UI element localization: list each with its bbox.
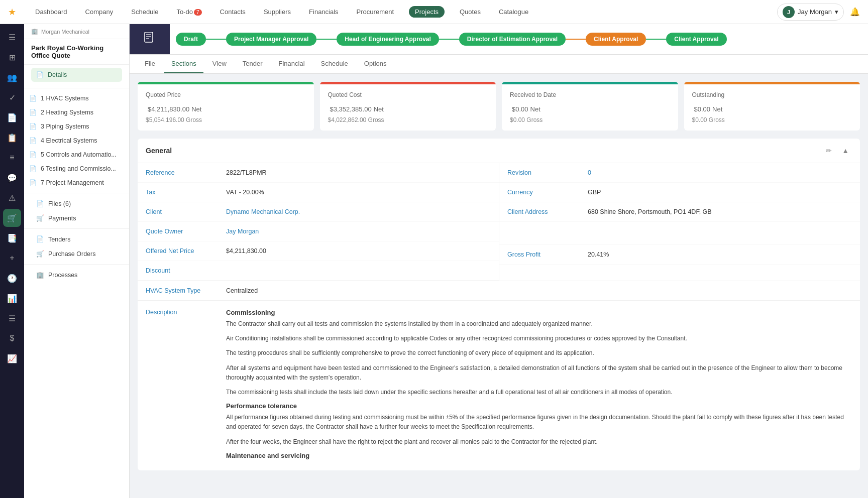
wf-pill-pm: Project Manager Approval bbox=[226, 33, 316, 46]
revision-value[interactable]: 0 bbox=[588, 169, 591, 176]
nav-company[interactable]: Company bbox=[82, 6, 117, 18]
nav-financials[interactable]: Financials bbox=[306, 6, 342, 18]
wf-step-pm[interactable]: Project Manager Approval bbox=[226, 33, 316, 46]
wf-connector-1 bbox=[206, 39, 226, 40]
received-amount: $0.00Net bbox=[510, 101, 670, 114]
piping-icon: 📄 bbox=[29, 123, 37, 130]
quote-owner-value[interactable]: Jay Morgan bbox=[226, 228, 259, 235]
tab-financial[interactable]: Financial bbox=[272, 55, 312, 73]
nav-right-area: J Jay Morgan ▾ 🔔 bbox=[777, 4, 860, 21]
tenders-icon: 📄 bbox=[36, 235, 44, 243]
sidebar-extra-files[interactable]: 📄 Files (6) bbox=[24, 196, 129, 211]
tab-sections[interactable]: Sections bbox=[164, 55, 203, 73]
nav-dashboard[interactable]: Dashboard bbox=[32, 6, 70, 18]
tab-options[interactable]: Options bbox=[357, 55, 394, 73]
wf-step-head-eng[interactable]: Head of Engineering Approval bbox=[337, 33, 439, 46]
sidebar-item-project-mgmt[interactable]: 📄 7 Project Management bbox=[24, 176, 129, 190]
hvac-icon: 📄 bbox=[29, 95, 37, 102]
sidebar-item-testing[interactable]: 📄 6 Testing and Commissio... bbox=[24, 162, 129, 176]
sidebar-icon-add[interactable]: + bbox=[3, 249, 21, 267]
currency-value: GBP bbox=[588, 189, 601, 196]
tab-view[interactable]: View bbox=[205, 55, 234, 73]
general-title: General bbox=[146, 147, 172, 155]
wf-pill-dir-est: Director of Estimation Approval bbox=[459, 33, 566, 46]
quoted-cost-label: Quoted Cost bbox=[328, 91, 488, 98]
client-value[interactable]: Dynamo Mechanical Corp. bbox=[226, 208, 300, 215]
processes-icon: 🏢 bbox=[36, 271, 44, 279]
nav-schedule[interactable]: Schedule bbox=[128, 6, 161, 18]
outstanding-amount: $0.00Net bbox=[692, 101, 852, 114]
content-area: Draft Project Manager Approval Head of E… bbox=[130, 24, 868, 498]
quoted-price-label: Quoted Price bbox=[146, 91, 306, 98]
offered-net-price-value: $4,211,830.00 bbox=[226, 247, 266, 255]
sidebar-extra-processes[interactable]: 🏢 Processes bbox=[24, 268, 129, 282]
details-icon: 📄 bbox=[36, 71, 44, 78]
sidebar-extra-purchase-orders[interactable]: 🛒 Purchase Orders bbox=[24, 246, 129, 261]
sidebar-item-heating[interactable]: 📄 2 Heating Systems bbox=[24, 105, 129, 119]
project-mgmt-icon: 📄 bbox=[29, 179, 37, 186]
client-label: Client bbox=[146, 208, 226, 215]
client-address-label: Client Address bbox=[507, 208, 588, 215]
tab-tender[interactable]: Tender bbox=[236, 55, 270, 73]
commissioning-p4: After all systems and equipment have bee… bbox=[226, 363, 852, 383]
reference-value: 2822/TL8PMR bbox=[226, 169, 267, 176]
commissioning-title: Commissioning bbox=[226, 309, 852, 316]
wf-step-draft[interactable]: Draft bbox=[176, 33, 206, 46]
nav-procurement[interactable]: Procurement bbox=[354, 6, 397, 18]
sidebar-item-electrical[interactable]: 📄 4 Electrical Systems bbox=[24, 134, 129, 148]
sidebar-icon-users[interactable]: 👥 bbox=[3, 68, 21, 86]
sidebar-icon-dollar[interactable]: $ bbox=[3, 329, 21, 347]
sidebar-icon-check[interactable]: ✓ bbox=[3, 88, 21, 106]
sidebar-icon-clock[interactable]: 🕐 bbox=[3, 269, 21, 287]
user-menu[interactable]: J Jay Morgan ▾ bbox=[777, 4, 844, 21]
row-hvac: HVAC System Type Centralized bbox=[138, 281, 860, 300]
sidebar-icon-lines[interactable]: ☰ bbox=[3, 309, 21, 327]
row-reference: Reference 2822/TL8PMR bbox=[138, 163, 499, 183]
quoted-price-gross: $5,054,196.00 Gross bbox=[146, 116, 306, 123]
sidebar-icon-doc[interactable]: 📄 bbox=[3, 108, 21, 127]
sidebar-extra-tenders[interactable]: 📄 Tenders bbox=[24, 232, 129, 246]
nav-projects[interactable]: Projects bbox=[409, 6, 445, 18]
nav-suppliers[interactable]: Suppliers bbox=[261, 6, 294, 18]
row-quote-owner: Quote Owner Jay Morgan bbox=[138, 222, 499, 241]
sidebar-icon-clipboard[interactable]: 📋 bbox=[3, 129, 21, 147]
hvac-type-label: HVAC System Type bbox=[146, 287, 226, 294]
tab-schedule[interactable]: Schedule bbox=[314, 55, 355, 73]
wf-step-client-orange[interactable]: Client Approval bbox=[586, 33, 646, 46]
quoted-cost-amount: $3,352,385.00Net bbox=[328, 101, 488, 114]
notifications-icon[interactable]: 🔔 bbox=[850, 7, 860, 17]
sidebar-item-hvac[interactable]: 📄 1 HVAC Systems bbox=[24, 91, 129, 105]
sidebar-item-piping[interactable]: 📄 3 Piping Systems bbox=[24, 119, 129, 134]
sidebar-icon-grid[interactable]: ⊞ bbox=[3, 48, 21, 66]
sidebar-item-controls[interactable]: 📄 5 Controls and Automatio... bbox=[24, 148, 129, 162]
edit-button[interactable]: ✏ bbox=[823, 146, 835, 156]
nav-quotes[interactable]: Quotes bbox=[457, 6, 484, 18]
sidebar-icon-menu[interactable]: ☰ bbox=[3, 28, 21, 46]
sidebar-icon-alert[interactable]: ⚠ bbox=[3, 189, 21, 207]
general-section-header: General ✏ ▲ bbox=[138, 139, 860, 163]
sidebar-item-details[interactable]: 📄 Details bbox=[31, 68, 122, 82]
nav-catalogue[interactable]: Catalogue bbox=[496, 6, 531, 18]
tabs-bar: File Sections View Tender Financial Sche… bbox=[130, 55, 868, 74]
wf-pill-head-eng: Head of Engineering Approval bbox=[337, 33, 439, 46]
tab-file[interactable]: File bbox=[138, 55, 162, 73]
sidebar-extra-payments[interactable]: 🛒 Payments bbox=[24, 211, 129, 225]
gross-profit-value: 20.41% bbox=[588, 251, 609, 258]
chevron-down-icon: ▾ bbox=[835, 8, 838, 16]
nav-contacts[interactable]: Contacts bbox=[217, 6, 249, 18]
row-tax: Tax VAT - 20.00% bbox=[138, 183, 499, 202]
revision-label: Revision bbox=[507, 169, 588, 176]
sidebar-icon-pages[interactable]: 📑 bbox=[3, 229, 21, 247]
row-gross-profit: Gross Profit 20.41% bbox=[499, 245, 860, 265]
reference-label: Reference bbox=[146, 169, 226, 176]
nav-todo[interactable]: To-do7 bbox=[173, 6, 204, 18]
sidebar-icon-graph[interactable]: 📈 bbox=[3, 349, 21, 367]
logo-icon: ★ bbox=[8, 7, 16, 18]
sidebar-icon-chat[interactable]: 💬 bbox=[3, 169, 21, 187]
collapse-button[interactable]: ▲ bbox=[839, 146, 852, 156]
wf-step-dir-est[interactable]: Director of Estimation Approval bbox=[459, 33, 566, 46]
sidebar-icon-list[interactable]: ≡ bbox=[3, 149, 21, 167]
wf-step-client-green[interactable]: Client Approval bbox=[666, 33, 726, 46]
sidebar-icon-cart[interactable]: 🛒 bbox=[3, 209, 21, 227]
sidebar-icon-chart[interactable]: 📊 bbox=[3, 289, 21, 307]
